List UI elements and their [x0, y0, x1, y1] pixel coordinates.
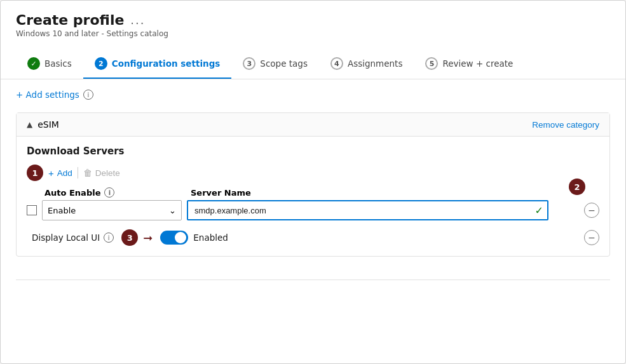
tab-review[interactable]: 5 Review + create [414, 51, 524, 79]
category-body: Download Servers 1 + Add 🗑 Delete [17, 137, 609, 256]
table-header: Auto Enable i Server Name [27, 187, 599, 198]
toggle-wrapper: Enabled [160, 231, 228, 245]
plus-icon: + [48, 168, 54, 179]
header: Create profile ... Windows 10 and later … [1, 1, 625, 44]
annotation-arrow: ➞ [143, 231, 153, 245]
data-row-wrapper: Enable ⌄ ✓ 2 − [27, 200, 599, 220]
tab-num-assignments: 4 [330, 57, 343, 70]
annotation-3: 3 [121, 229, 138, 246]
category-name: eSIM [37, 119, 59, 130]
add-settings-label: + Add settings [16, 90, 79, 100]
tab-label-basics: Basics [44, 58, 72, 69]
content-area: + Add settings i ▲ eSIM Remove category … [1, 79, 625, 280]
category-header-left: ▲ eSIM [27, 119, 59, 130]
add-button[interactable]: + Add [48, 168, 72, 179]
tab-config[interactable]: 2 Configuration settings [83, 51, 232, 79]
main-window: Create profile ... Windows 10 and later … [0, 0, 626, 364]
server-name-input-wrapper: ✓ [187, 200, 548, 220]
tab-num-basics: ✓ [27, 57, 40, 70]
tab-scope[interactable]: 3 Scope tags [231, 51, 319, 79]
tab-label-config: Configuration settings [112, 58, 221, 69]
remove-category-button[interactable]: Remove category [532, 120, 599, 130]
toggle-state-label: Enabled [193, 233, 228, 243]
display-local-label: Display Local UI i [32, 233, 114, 243]
add-settings-link[interactable]: + Add settings i [16, 90, 610, 100]
more-options-icon[interactable]: ... [130, 13, 145, 27]
tab-num-review: 5 [425, 57, 438, 70]
col-server-name-label: Server Name [191, 188, 251, 198]
annotation-2: 2 [569, 179, 585, 195]
toolbar-divider [78, 167, 78, 179]
add-settings-info-icon[interactable]: i [83, 90, 93, 100]
page-subtitle: Windows 10 and later - Settings catalog [16, 29, 610, 38]
collapse-chevron-icon[interactable]: ▲ [27, 120, 32, 129]
tab-label-review: Review + create [442, 58, 513, 69]
delete-icon: 🗑 [83, 168, 92, 178]
category-header: ▲ eSIM Remove category [17, 113, 609, 137]
display-local-toggle[interactable] [160, 231, 188, 245]
download-servers-title: Download Servers [27, 145, 599, 157]
delete-button[interactable]: 🗑 Delete [83, 168, 120, 178]
toolbar-row: 1 + Add 🗑 Delete [27, 165, 599, 181]
tab-num-config: 2 [95, 57, 107, 70]
display-local-remove-button[interactable]: − [584, 230, 599, 245]
tabs-bar: ✓ Basics 2 Configuration settings 3 Scop… [1, 44, 625, 79]
bottom-divider [16, 280, 610, 280]
annotation-1: 1 [27, 165, 43, 181]
auto-enable-info-icon[interactable]: i [104, 187, 114, 198]
tab-label-scope: Scope tags [260, 58, 308, 69]
display-local-info-icon[interactable]: i [104, 233, 114, 243]
dropdown-chevron-icon: ⌄ [169, 206, 176, 215]
tab-basics[interactable]: ✓ Basics [16, 51, 83, 79]
tab-assignments[interactable]: 4 Assignments [319, 51, 414, 79]
row-remove-button[interactable]: − [584, 203, 599, 218]
tab-label-assignments: Assignments [348, 58, 403, 69]
input-valid-icon: ✓ [535, 205, 543, 217]
server-name-input[interactable] [187, 200, 548, 220]
enable-dropdown[interactable]: Enable ⌄ [42, 200, 182, 220]
row-checkbox[interactable] [27, 205, 37, 215]
display-local-row: Display Local UI i 3 ➞ Enabled − [27, 229, 599, 246]
tab-num-scope: 3 [243, 57, 255, 70]
category-section: ▲ eSIM Remove category Download Servers … [16, 112, 610, 257]
col-auto-enable-label: Auto Enable [44, 188, 100, 198]
toggle-thumb [175, 232, 186, 243]
enable-value: Enable [48, 206, 76, 215]
page-title: Create profile [16, 12, 124, 28]
